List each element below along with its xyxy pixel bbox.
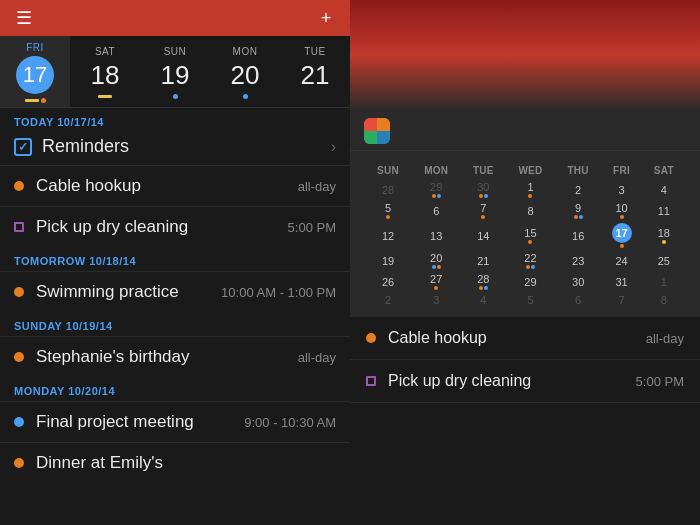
event-dot-blue bbox=[14, 417, 24, 427]
mini-cal-header bbox=[364, 151, 686, 161]
event-row[interactable]: Pick up dry cleaning5:00 PM bbox=[0, 206, 350, 247]
cal-cell[interactable]: 4 bbox=[644, 180, 684, 199]
right-event-row[interactable]: Pick up dry cleaning5:00 PM bbox=[350, 360, 700, 403]
day-name: TUE bbox=[304, 46, 326, 57]
chevron-right-icon: › bbox=[331, 138, 336, 156]
cal-day-header: SUN bbox=[366, 163, 410, 178]
cal-cell[interactable]: 13 bbox=[412, 222, 460, 249]
right-event-row[interactable]: Cable hookupall-day bbox=[350, 317, 700, 360]
cal-cell[interactable]: 1 bbox=[506, 180, 554, 199]
right-event-time: all-day bbox=[646, 331, 684, 346]
cal-cell[interactable]: 27 bbox=[412, 272, 460, 291]
week-day-tue[interactable]: TUE21 bbox=[280, 36, 350, 107]
add-icon[interactable]: + bbox=[314, 8, 338, 29]
event-row[interactable]: Swimming practice10:00 AM - 1:00 PM bbox=[0, 271, 350, 312]
day-circle: 17 bbox=[16, 56, 54, 94]
event-time: 10:00 AM - 1:00 PM bbox=[221, 285, 336, 300]
cal-cell[interactable]: 16 bbox=[557, 222, 600, 249]
day-dot-row bbox=[243, 94, 248, 100]
cal-cell[interactable]: 3 bbox=[602, 180, 642, 199]
event-row[interactable]: Stephanie's birthdayall-day bbox=[0, 336, 350, 377]
day-dot-row bbox=[25, 97, 46, 103]
cal-day-header: SAT bbox=[644, 163, 684, 178]
week-day-fri[interactable]: FRI17 bbox=[0, 36, 70, 107]
reminders-row[interactable]: Reminders › bbox=[0, 132, 350, 165]
week-day-mon[interactable]: MON20 bbox=[210, 36, 280, 107]
cal-cell[interactable]: 6 bbox=[557, 293, 600, 307]
event-row[interactable]: Final project meeting9:00 - 10:30 AM bbox=[0, 401, 350, 442]
cal-cell[interactable]: 17 bbox=[602, 222, 642, 249]
cal-cell[interactable]: 3 bbox=[412, 293, 460, 307]
cal-cell[interactable]: 25 bbox=[644, 251, 684, 270]
section-header: TOMORROW 10/18/14 bbox=[0, 247, 350, 271]
reminders-left: Reminders bbox=[14, 136, 129, 157]
left-panel: ☰ + FRI17SAT18SUN19MON20TUE21 TODAY 10/1… bbox=[0, 0, 350, 525]
cal-day-header: TUE bbox=[462, 163, 504, 178]
section-label: MONDAY 10/20/14 bbox=[14, 385, 115, 397]
week-day-sun[interactable]: SUN19 bbox=[140, 36, 210, 107]
event-time: all-day bbox=[298, 350, 336, 365]
event-name: Dinner at Emily's bbox=[36, 453, 336, 473]
section-header: SUNDAY 10/19/14 bbox=[0, 312, 350, 336]
cal-cell[interactable]: 24 bbox=[602, 251, 642, 270]
event-name: Pick up dry cleaning bbox=[36, 217, 288, 237]
event-time: 5:00 PM bbox=[288, 220, 336, 235]
calendar-icon[interactable]: ☰ bbox=[12, 7, 36, 29]
cal-cell[interactable]: 23 bbox=[557, 251, 600, 270]
cal-cell[interactable]: 29 bbox=[412, 180, 460, 199]
event-time: 9:00 - 10:30 AM bbox=[244, 415, 336, 430]
top-bar: ☰ + bbox=[0, 0, 350, 36]
cal-day-header: THU bbox=[557, 163, 600, 178]
right-panel: SUNMONTUEWEDTHUFRISAT 282930123456789101… bbox=[350, 0, 700, 525]
week-day-sat[interactable]: SAT18 bbox=[70, 36, 140, 107]
cal-cell[interactable]: 11 bbox=[644, 201, 684, 220]
cal-cell[interactable]: 1 bbox=[644, 272, 684, 291]
cal-cell[interactable]: 22 bbox=[506, 251, 554, 270]
right-event-square-purple bbox=[366, 376, 376, 386]
cal-cell[interactable]: 30 bbox=[462, 180, 504, 199]
cal-cell[interactable]: 6 bbox=[412, 201, 460, 220]
cal-cell[interactable]: 15 bbox=[506, 222, 554, 249]
right-date bbox=[366, 57, 684, 94]
cal-cell[interactable]: 5 bbox=[366, 201, 410, 220]
cal-cell[interactable]: 8 bbox=[644, 293, 684, 307]
day-number: 19 bbox=[161, 60, 190, 91]
event-list: TODAY 10/17/14 Reminders › Cable hookupa… bbox=[0, 108, 350, 525]
event-row[interactable]: Dinner at Emily's bbox=[0, 442, 350, 483]
cal-cell[interactable]: 14 bbox=[462, 222, 504, 249]
cal-cell[interactable]: 7 bbox=[462, 201, 504, 220]
right-event-time: 5:00 PM bbox=[636, 374, 684, 389]
cal-cell[interactable]: 2 bbox=[557, 180, 600, 199]
event-dot-orange bbox=[14, 458, 24, 468]
event-name: Stephanie's birthday bbox=[36, 347, 298, 367]
cal-cell[interactable]: 4 bbox=[462, 293, 504, 307]
event-row[interactable]: Cable hookupall-day bbox=[0, 165, 350, 206]
cal-cell[interactable]: 26 bbox=[366, 272, 410, 291]
cal-cell[interactable]: 19 bbox=[366, 251, 410, 270]
fantastical-header bbox=[350, 110, 700, 151]
reminders-text: Reminders bbox=[42, 136, 129, 157]
cal-cell[interactable]: 8 bbox=[506, 201, 554, 220]
cal-cell[interactable]: 20 bbox=[412, 251, 460, 270]
cal-day-header: FRI bbox=[602, 163, 642, 178]
cal-cell[interactable]: 31 bbox=[602, 272, 642, 291]
event-dot-orange bbox=[14, 352, 24, 362]
reminders-checkbox[interactable] bbox=[14, 138, 32, 156]
cal-cell[interactable]: 29 bbox=[506, 272, 554, 291]
cal-cell[interactable]: 2 bbox=[366, 293, 410, 307]
cal-cell[interactable]: 28 bbox=[366, 180, 410, 199]
cal-cell[interactable]: 5 bbox=[506, 293, 554, 307]
cal-cell[interactable]: 18 bbox=[644, 222, 684, 249]
event-dot-orange bbox=[14, 287, 24, 297]
week-row: FRI17SAT18SUN19MON20TUE21 bbox=[0, 36, 350, 108]
section-label: TODAY 10/17/14 bbox=[14, 116, 104, 128]
cal-grid: SUNMONTUEWEDTHUFRISAT 282930123456789101… bbox=[364, 161, 686, 309]
cal-cell[interactable]: 12 bbox=[366, 222, 410, 249]
cal-cell[interactable]: 21 bbox=[462, 251, 504, 270]
cal-cell[interactable]: 28 bbox=[462, 272, 504, 291]
cal-cell[interactable]: 30 bbox=[557, 272, 600, 291]
cal-cell[interactable]: 9 bbox=[557, 201, 600, 220]
cal-cell[interactable]: 10 bbox=[602, 201, 642, 220]
day-number: 21 bbox=[301, 60, 330, 91]
cal-cell[interactable]: 7 bbox=[602, 293, 642, 307]
